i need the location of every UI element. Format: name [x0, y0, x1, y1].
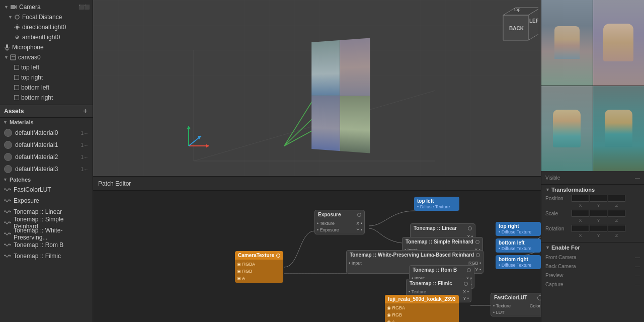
node-fuji[interactable]: fuji_reala_500d_kodak_2393 ◉ RGBA ◉ RGB … [385, 295, 459, 322]
fuji-rgba: ◉ RGBA [387, 305, 405, 310]
rotation-y-input[interactable] [590, 225, 607, 232]
patch-white-label: Tonemap :: White-Preserving... [14, 227, 89, 241]
sidebar-item-focal[interactable]: ▼ Focal Distance [0, 12, 93, 22]
enable-for-header[interactable]: ▼ Enable For [545, 245, 640, 251]
materials-section-header[interactable]: ▼ Materials [0, 118, 93, 127]
svg-point-10 [17, 37, 18, 38]
material-item-2[interactable]: defaultMaterial2 1← [0, 151, 93, 163]
svg-rect-0 [11, 5, 15, 9]
wave-icon-6 [4, 243, 11, 248]
material-link-2: 1← [80, 154, 89, 160]
center-area: BACK LEFT top Patch Editor [93, 0, 541, 322]
photo-plane [311, 38, 370, 153]
preview-dash: — [635, 273, 640, 278]
enable-arrow: ▼ [545, 245, 550, 250]
node-dot-filmic [464, 282, 468, 286]
sidebar-item-topleft[interactable]: top left [0, 62, 93, 72]
x-label2: X [572, 218, 589, 223]
amblight-label: ambientLight0 [22, 34, 60, 41]
node-exposure[interactable]: Exposure • Texture X • • Exposure Y • [314, 210, 365, 234]
position-x-input[interactable] [572, 195, 589, 202]
bottomright-label: bottom right [21, 94, 53, 101]
sidebar-item-camera[interactable]: ▼ Camera ⬛⬛ [0, 2, 93, 12]
mic-icon [4, 44, 10, 51]
transformations-header[interactable]: ▼ Transformations [545, 187, 640, 193]
sidebar-item-topright[interactable]: top right [0, 72, 93, 83]
viewport[interactable]: BACK LEFT top [93, 0, 541, 176]
node-topright[interactable]: top right • Diffuse Texture [496, 222, 541, 236]
patch-fastcolor-label: FastColorLUT [14, 186, 51, 193]
material-link-3: 1← [80, 167, 89, 172]
patches-title: Patches [10, 177, 31, 183]
z-label: Z [608, 203, 625, 208]
topleft-node-label: top left [417, 198, 456, 204]
patch-romb-label: Tonemap :: Rom B [14, 242, 63, 249]
scale-z-input[interactable] [608, 210, 625, 217]
patch-item-fastcolor[interactable]: FastColorLUT [0, 184, 93, 195]
port-x6: X • [463, 289, 469, 294]
y-label: Y [590, 203, 607, 208]
preview-topright [593, 0, 645, 86]
y-label2: Y [590, 218, 607, 223]
node-bottomleft[interactable]: bottom left • Diffuse Texture [496, 238, 541, 253]
fuji-a: ◉ A [387, 319, 395, 322]
sidebar-item-bottomleft[interactable]: bottom left [0, 83, 93, 93]
bottomleft-label: bottom left [21, 84, 49, 91]
scale-y-input[interactable] [590, 210, 607, 217]
patch-linear-label: Tonemap :: Linear [14, 208, 62, 215]
sidebar-item-dirlight[interactable]: directionalLight0 [0, 22, 93, 32]
node-topleft[interactable]: top left • Diffuse Texture [414, 197, 459, 211]
back-camera-dash: — [635, 264, 640, 269]
sidebar-item-canvas[interactable]: ▼ canvas0 [0, 52, 93, 62]
preview-bottomright [593, 86, 645, 172]
patches-section-header[interactable]: ▼ Patches [0, 175, 93, 184]
material-item-0[interactable]: defaultMaterial0 1← [0, 127, 93, 139]
add-asset-button[interactable]: + [82, 107, 89, 115]
photo-2 [340, 38, 370, 96]
patch-canvas[interactable]: CameraTexture ◉ RGBA ◉ RGB ◉ A [93, 191, 541, 322]
photo-3 [311, 96, 339, 150]
photo-1 [311, 40, 339, 95]
patch-item-white[interactable]: Tonemap :: White-Preserving... [0, 228, 93, 239]
sidebar-item-mic[interactable]: Microphone [0, 42, 93, 52]
mic-label: Microphone [12, 44, 44, 51]
material-item-3[interactable]: defaultMaterial3 1← [0, 163, 93, 175]
patches-list: FastColorLUT Exposure Tonemap :: Linear … [0, 184, 93, 262]
port-color: Color • [530, 303, 541, 308]
scale-x-input[interactable] [572, 210, 589, 217]
material-circle-3 [4, 165, 12, 173]
rotation-x-input[interactable] [572, 225, 589, 232]
rotation-z-input[interactable] [608, 225, 625, 232]
node-dot-exp [357, 213, 361, 217]
dirlight-label: directionalLight0 [22, 24, 66, 31]
svg-rect-11 [6, 44, 8, 48]
material-circle-1 [4, 141, 12, 149]
node-bottomright[interactable]: bottom right • Diffuse Texture [496, 255, 541, 269]
topleft-node-sub: • Diffuse Texture [417, 204, 456, 209]
node-dot-linear [468, 226, 472, 230]
orientation-cube[interactable]: BACK LEFT top [493, 3, 538, 48]
patch-item-exposure[interactable]: Exposure [0, 195, 93, 206]
preview-topleft [541, 0, 593, 86]
node-dot-white [476, 253, 480, 257]
svg-text:BACK: BACK [509, 26, 524, 31]
fastcolorlut-label: FastColorLUT [494, 295, 527, 300]
visible-label: Visible [545, 175, 560, 181]
position-y-input[interactable] [590, 195, 607, 202]
arrow-icon: ▼ [8, 15, 13, 20]
sidebar-item-amblight[interactable]: ambientLight0 [0, 32, 93, 42]
patch-item-romb[interactable]: Tonemap :: Rom B [0, 239, 93, 251]
material-item-1[interactable]: defaultMaterial1 1← [0, 139, 93, 151]
port-rgb3: RGB • [468, 261, 481, 266]
preview-bottomleft [541, 86, 593, 172]
node-dot-fclut [537, 295, 541, 300]
node-fastcolorlut[interactable]: FastColorLUT • TextureColor • • LUT [491, 293, 541, 316]
svg-rect-14 [12, 56, 13, 57]
right-properties: Visible — ▼ Transformations Position [541, 171, 644, 322]
sidebar-item-bottomright[interactable]: bottom right [0, 93, 93, 103]
arrow-icon: ▼ [4, 55, 9, 60]
patch-item-filmic[interactable]: Tonemap :: Filmic [0, 251, 93, 262]
position-z-input[interactable] [608, 195, 625, 202]
node-cameratexture[interactable]: CameraTexture ◉ RGBA ◉ RGB ◉ A [235, 251, 283, 283]
capture-label: Capture [545, 282, 564, 287]
